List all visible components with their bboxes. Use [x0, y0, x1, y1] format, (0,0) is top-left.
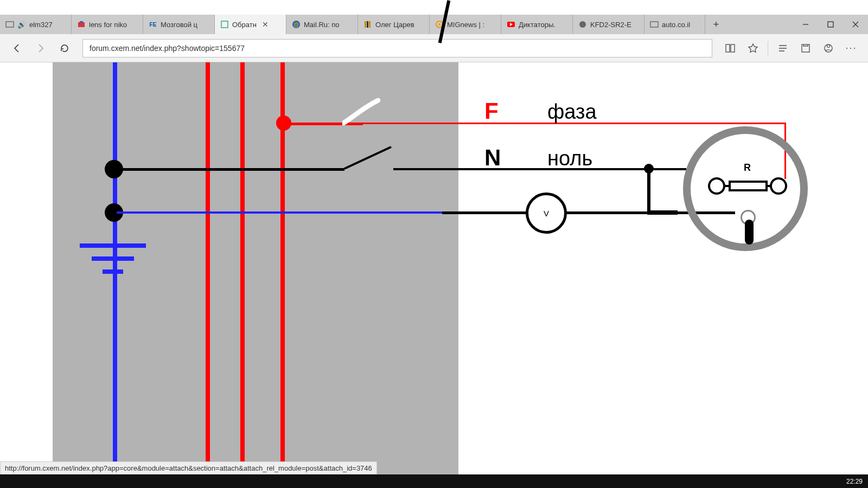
svg-rect-13	[650, 22, 658, 27]
f-label: фаза	[547, 100, 597, 124]
youtube-icon	[507, 20, 515, 29]
svg-rect-19	[731, 44, 735, 52]
speaker-icon: 🔊	[17, 21, 26, 29]
r-label: R	[744, 162, 751, 174]
taskbar[interactable]: 22:29	[0, 474, 868, 488]
maximize-button[interactable]	[818, 15, 843, 34]
more-icon[interactable]: ···	[841, 38, 861, 59]
reading-view-icon[interactable]	[720, 38, 741, 59]
tab-bar: 🔊 elm327 lens for niko FE Мозговой ц Обр…	[0, 15, 868, 34]
pe-to-vmeter	[442, 211, 531, 214]
svg-rect-1	[78, 22, 85, 27]
forward-button[interactable]	[30, 38, 51, 59]
switch-open-white	[342, 98, 380, 125]
minimize-button[interactable]	[793, 15, 818, 34]
tab-label: elm327	[29, 21, 53, 29]
voltmeter: V	[526, 192, 567, 234]
ground-bar-1	[80, 243, 146, 248]
tab-diktatory[interactable]: Диктаторы.	[501, 15, 573, 34]
address-bar[interactable]: forum.cxem.net/index.php?showtopic=15567…	[82, 39, 712, 57]
neutral-wire-left	[117, 168, 344, 171]
gear-icon	[578, 20, 587, 29]
window-controls	[793, 15, 868, 34]
tab-label: Обратн	[232, 21, 257, 29]
svg-rect-23	[802, 44, 809, 52]
ebay-icon	[77, 20, 86, 29]
neutral-wire-right	[393, 168, 686, 170]
close-icon[interactable]: ✕	[262, 20, 269, 29]
refresh-button[interactable]	[54, 38, 75, 59]
hub-icon[interactable]	[773, 38, 793, 59]
resistor-lead-r	[765, 185, 772, 187]
favorite-icon[interactable]	[743, 38, 763, 59]
separator	[768, 41, 768, 55]
mailru-icon: @	[292, 20, 301, 29]
svg-point-10	[438, 23, 441, 25]
stripes-icon	[363, 20, 372, 29]
svg-rect-8	[369, 21, 371, 28]
tab-kfd2[interactable]: KFD2-SR2-E	[573, 15, 644, 34]
tab-label: Диктаторы.	[519, 21, 556, 29]
tab-label: auto.co.il	[662, 21, 690, 29]
socket-pin-left	[708, 177, 725, 195]
ground-bar-3	[103, 269, 123, 274]
red-bus-1	[206, 62, 210, 474]
clock: 22:29	[846, 478, 863, 485]
switch-neutral	[342, 144, 393, 171]
url-text: forum.cxem.net/index.php?showtopic=15567…	[90, 44, 245, 53]
page-content: V R F фаза N ноль	[0, 62, 868, 474]
svg-line-26	[344, 147, 391, 169]
svg-rect-6	[365, 21, 366, 28]
branch-vert	[647, 170, 650, 213]
close-window-button[interactable]	[843, 15, 868, 34]
svg-rect-7	[367, 21, 368, 28]
tab-label: lens for niko	[89, 21, 127, 29]
svg-rect-2	[80, 21, 83, 23]
tab-mozg[interactable]: FE Мозговой ц	[143, 15, 215, 34]
status-bar: http://forum.cxem.net/index.php?app=core…	[0, 461, 377, 474]
tab-label: KFD2-SR2-E	[590, 21, 631, 29]
tab-oleg[interactable]: Олег Царев	[358, 15, 430, 34]
back-button[interactable]	[7, 38, 27, 59]
tab-label: Mail.Ru: по	[304, 21, 340, 29]
diagram-image[interactable]: V R F фаза N ноль	[14, 62, 830, 474]
tab-autocoil[interactable]: auto.co.il	[644, 15, 705, 34]
f-letter: F	[484, 98, 499, 124]
tab-label: Мозговой ц	[161, 21, 197, 29]
pe-wire-left	[117, 211, 442, 214]
n-letter: N	[484, 145, 501, 171]
share-icon[interactable]	[818, 38, 839, 59]
status-url: http://forum.cxem.net/index.php?app=core…	[5, 464, 372, 472]
resistor-lead-l	[724, 185, 731, 187]
tab-lens[interactable]: lens for niko	[72, 15, 143, 34]
n-label: ноль	[547, 147, 592, 170]
svg-text:@: @	[293, 22, 299, 28]
ground-bar-2	[92, 256, 134, 261]
red-bus-2	[240, 62, 245, 474]
tab-mailru[interactable]: @ Mail.Ru: по	[286, 15, 358, 34]
svg-rect-0	[6, 22, 14, 27]
plug-mark	[745, 220, 754, 245]
forum-icon	[220, 20, 229, 29]
svg-rect-15	[828, 22, 833, 27]
tab-obratn[interactable]: Обратн ✕	[215, 15, 286, 34]
resistor	[729, 181, 768, 191]
tab-label: Олег Царев	[375, 21, 414, 29]
socket-pin-right	[770, 177, 787, 195]
svg-rect-18	[726, 44, 730, 52]
notes-icon[interactable]	[795, 38, 816, 59]
tab-elm327[interactable]: 🔊 elm327	[0, 15, 72, 34]
tab-label: MIGnews | :	[447, 21, 484, 29]
socket: R	[683, 126, 808, 251]
page-icon	[650, 20, 659, 29]
fe-icon: FE	[149, 20, 157, 29]
svg-point-12	[579, 21, 586, 28]
branch-horiz	[647, 210, 678, 215]
page-icon	[5, 20, 14, 29]
svg-point-25	[827, 44, 830, 47]
new-tab-button[interactable]: +	[705, 15, 727, 34]
nav-bar: forum.cxem.net/index.php?showtopic=15567…	[0, 34, 868, 62]
v-label: V	[544, 209, 549, 218]
blue-bus	[113, 62, 117, 474]
svg-rect-3	[221, 21, 228, 28]
